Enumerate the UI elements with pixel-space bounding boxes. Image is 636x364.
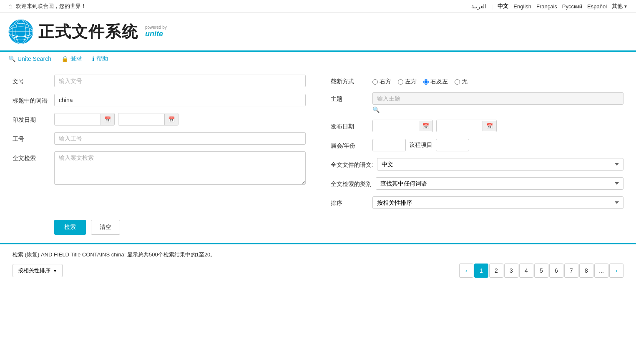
results-sort-button[interactable]: 按相关性排序 ▼	[13, 264, 63, 277]
search-form: 文号 标题中的词语 印发日期 📅 📅	[0, 66, 636, 244]
lang-en[interactable]: English	[513, 3, 531, 10]
print-date-group: 📅 📅	[54, 113, 306, 126]
page-3-button[interactable]: 3	[504, 264, 518, 278]
lock-icon: 🔒	[61, 55, 68, 62]
lang-ru[interactable]: Русский	[562, 3, 582, 10]
publish-date-start-wrap: 📅	[372, 120, 433, 132]
fulltext-row: 全文检索	[13, 151, 306, 185]
publish-date-label: 发布日期	[331, 120, 368, 131]
un-logo	[8, 19, 33, 44]
search-button[interactable]: 检索	[54, 220, 86, 235]
truncate-both-option[interactable]: 右及左	[423, 78, 448, 85]
job-label: 工号	[13, 132, 50, 143]
title-label: 标题中的词语	[13, 94, 50, 105]
publish-date-end-calendar[interactable]: 📅	[483, 121, 496, 131]
button-row: 检索 清空	[13, 220, 623, 235]
fulltext-label: 全文检索	[13, 151, 50, 162]
lang-zh[interactable]: 中文	[498, 3, 508, 10]
top-bar-left: ⌂ 欢迎来到联合国，您的世界！	[8, 3, 86, 10]
pagination: ‹ 1 2 3 4 5 6 7 8 ... ›	[459, 264, 623, 278]
page-4-button[interactable]: 4	[519, 264, 533, 278]
truncate-left-option[interactable]: 左方	[398, 78, 417, 85]
next-page-button[interactable]: ›	[609, 264, 623, 278]
publish-date-end-wrap: 📅	[436, 120, 497, 132]
fulltext-lang-select[interactable]: 中文 英文 法文 俄文 西班牙文 阿拉伯文	[377, 158, 623, 171]
sort-label: 排序	[331, 196, 368, 207]
symbol-input[interactable]	[54, 75, 306, 87]
subject-search-icon: 🔍	[372, 106, 624, 113]
form-right: 截断方式 右方 左方 右及左	[331, 75, 624, 216]
home-icon: ⌂	[8, 3, 13, 10]
publish-date-row: 发布日期 📅 📅	[331, 120, 624, 132]
print-date-start-calendar[interactable]: 📅	[101, 114, 114, 125]
nav-bar: 🔍 Unite Search 🔒 登录 ℹ 帮助	[0, 52, 636, 66]
lang-arabic[interactable]: العربية	[471, 3, 486, 10]
lang-es[interactable]: Español	[587, 3, 607, 10]
title-input[interactable]	[54, 94, 306, 106]
sort-chevron-icon: ▼	[53, 269, 57, 273]
fulltext-type-select-wrap: 查找其中任何词语 查找全部词语 精确短语	[376, 177, 624, 190]
subject-row: 主题 🔍	[331, 92, 624, 113]
results-summary: 检索 (恢复) AND FIELD Title CONTAINS china: …	[13, 251, 623, 259]
form-grid: 文号 标题中的词语 印发日期 📅 📅	[13, 75, 623, 216]
print-date-end[interactable]	[118, 113, 164, 125]
page-6-button[interactable]: 6	[549, 264, 563, 278]
truncate-row: 截断方式 右方 左方 右及左	[331, 75, 624, 85]
fulltext-lang-row: 全文文件的语文: 中文 英文 法文 俄文 西班牙文 阿拉伯文	[331, 158, 624, 171]
truncate-left-radio[interactable]	[398, 79, 403, 85]
lang-other[interactable]: 其他 ▼	[612, 3, 628, 10]
page-5-button[interactable]: 5	[534, 264, 548, 278]
agenda-label: 议程项目	[409, 141, 432, 149]
session-row: 届会/年份 议程项目	[331, 139, 624, 151]
results-controls: 按相关性排序 ▼ ‹ 1 2 3 4 5 6 7 8 ... ›	[13, 264, 623, 278]
page-1-button[interactable]: 1	[474, 264, 488, 278]
fulltext-type-row: 全文检索的类别 查找其中任何词语 查找全部词语 精确短语	[331, 177, 624, 190]
publish-date-start[interactable]	[373, 120, 419, 132]
top-bar: ⌂ 欢迎来到联合国，您的世界！ العربية | 中文 English Fra…	[0, 0, 636, 13]
fulltext-textarea[interactable]	[54, 151, 306, 185]
print-date-label: 印发日期	[13, 113, 50, 124]
symbol-row: 文号	[13, 75, 306, 87]
subject-wrap: 🔍	[372, 92, 624, 113]
publish-date-group: 📅 📅	[372, 120, 624, 132]
page-ellipsis[interactable]: ...	[594, 264, 608, 278]
print-date-start-wrap: 📅	[54, 113, 115, 126]
print-date-end-calendar[interactable]: 📅	[164, 114, 178, 125]
session-label: 届会/年份	[331, 139, 368, 150]
fulltext-type-select[interactable]: 查找其中任何词语 查找全部词语 精确短语	[376, 177, 624, 190]
fulltext-lang-label: 全文文件的语文:	[331, 158, 373, 169]
job-input[interactable]	[54, 132, 306, 145]
page-8-button[interactable]: 8	[579, 264, 593, 278]
page-7-button[interactable]: 7	[564, 264, 578, 278]
nav-help[interactable]: ℹ 帮助	[92, 55, 108, 63]
sort-select[interactable]: 按相关性排序 按日期排序	[372, 196, 624, 209]
truncate-radio-group: 右方 左方 右及左 无	[372, 75, 468, 85]
results-area: 检索 (恢复) AND FIELD Title CONTAINS china: …	[0, 244, 636, 284]
logo-area: 正式文件系统 powered by unite	[0, 13, 636, 52]
truncate-both-radio[interactable]	[423, 79, 429, 85]
lang-fr[interactable]: Français	[536, 3, 557, 10]
powered-by: powered by unite	[145, 25, 167, 38]
sort-select-wrap: 按相关性排序 按日期排序	[372, 196, 624, 209]
print-date-start[interactable]	[55, 113, 101, 125]
page-2-button[interactable]: 2	[489, 264, 503, 278]
nav-unite-search[interactable]: 🔍 Unite Search	[8, 55, 51, 62]
agenda-input[interactable]	[436, 139, 469, 151]
symbol-label: 文号	[13, 75, 50, 85]
session-input[interactable]	[372, 139, 406, 151]
truncate-none-radio[interactable]	[455, 79, 460, 85]
prev-page-button[interactable]: ‹	[459, 264, 473, 278]
print-date-end-wrap: 📅	[118, 113, 178, 126]
info-icon: ℹ	[92, 55, 94, 62]
publish-date-start-calendar[interactable]: 📅	[419, 121, 432, 131]
form-left: 文号 标题中的词语 印发日期 📅 📅	[13, 75, 306, 216]
publish-date-end[interactable]	[437, 120, 483, 132]
truncate-right-option[interactable]: 右方	[372, 78, 391, 85]
search-icon: 🔍	[8, 55, 15, 62]
clear-button[interactable]: 清空	[91, 220, 120, 235]
subject-input[interactable]	[372, 92, 624, 105]
truncate-right-radio[interactable]	[372, 79, 378, 85]
chevron-down-icon: ▼	[623, 4, 628, 9]
truncate-none-option[interactable]: 无	[455, 78, 468, 85]
nav-login[interactable]: 🔒 登录	[61, 55, 82, 63]
